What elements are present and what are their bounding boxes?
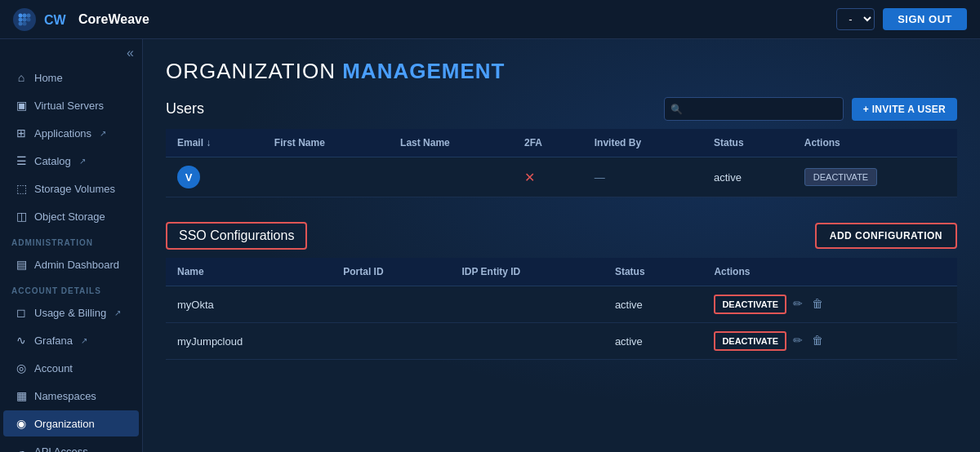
avatar: V [177,166,200,188]
svg-point-7 [23,21,27,25]
sso-col-idp-entity-id: IDP Entity ID [450,258,603,286]
page-header: ORGANIZATION MANAGEMENT [143,39,980,97]
user-invitedby-cell: — [583,157,702,197]
object-storage-icon: ◫ [15,210,28,223]
sidebar-item-api-access[interactable]: ☁ API Access [3,438,139,452]
table-row: myJumpcloud active DEACTIVATE ✏ 🗑 [166,323,957,360]
sso-name-cell: myOkta [166,286,332,323]
svg-point-4 [23,17,27,21]
user-status-cell: active [702,157,793,197]
svg-point-2 [27,13,31,17]
sso-section-header: SSO Configurations ADD CONFIGURATION [166,222,957,250]
user-lastname-cell [389,157,513,197]
external-link-icon: ↗ [79,157,86,166]
sidebar-item-storage-volumes[interactable]: ⬚ Storage Volumes [3,175,139,202]
sidebar-item-virtual-servers[interactable]: ▣ Virtual Servers [3,92,139,118]
svg-point-0 [19,13,23,17]
col-2fa: 2FA [513,129,583,157]
sso-deactivate-button[interactable]: DEACTIVATE [714,295,786,314]
svg-text:CW: CW [44,13,67,27]
svg-point-5 [27,17,31,21]
collapse-button[interactable]: « [127,46,134,60]
applications-icon: ⊞ [15,126,28,140]
users-table: Email ↓ First Name Last Name 2FA Invited… [166,129,957,197]
sidebar-item-applications[interactable]: ⊞ Applications ↗ [3,120,139,146]
sso-section: SSO Configurations ADD CONFIGURATION Nam… [143,222,980,376]
server-icon: ▣ [15,99,28,112]
cw-logo-icon: CW [44,11,70,28]
sidebar-item-label: Virtual Servers [34,100,104,112]
external-link-icon: ↗ [114,308,121,317]
users-section-title: Users [166,100,204,117]
account-icon: ◎ [15,361,28,374]
sidebar-item-label: Admin Dashboard [34,259,119,271]
sidebar-item-home[interactable]: ⌂ Home [3,64,139,91]
sidebar-item-object-storage[interactable]: ◫ Object Storage [3,203,139,229]
sidebar-item-label: Object Storage [34,210,105,223]
search-input[interactable] [664,97,844,121]
svg-point-1 [23,13,27,17]
organization-icon: ◉ [15,417,28,430]
grafana-icon: ∿ [15,334,28,347]
deactivate-button[interactable]: DEACTIVATE [804,168,877,186]
invite-user-button[interactable]: INVITE A USER [852,98,957,121]
user-email-cell: V [166,157,263,197]
brand-name: CoreWeave [78,12,149,27]
sidebar-item-organization[interactable]: ◉ Organization [3,410,139,436]
sso-col-portal-id: Portal ID [332,258,450,286]
users-section: Users INVITE A USER Email ↓ First Name L… [143,97,980,214]
svg-point-6 [19,21,23,25]
col-email[interactable]: Email ↓ [166,129,263,157]
sidebar-item-usage-billing[interactable]: ◻ Usage & Billing ↗ [3,299,139,326]
user-firstname-cell [263,157,389,197]
sso-status-cell: active [604,323,702,360]
sso-col-status: Status [604,258,702,286]
sso-table-body: myOkta active DEACTIVATE ✏ 🗑 myJumpcloud [166,286,957,360]
sso-actions-cell: DEACTIVATE ✏ 🗑 [702,286,957,323]
sidebar-item-label: Catalog [34,155,71,167]
sidebar-item-grafana[interactable]: ∿ Grafana ↗ [3,327,139,353]
api-icon: ☁ [15,445,28,452]
sidebar-item-label: Applications [34,127,91,140]
sidebar-collapse[interactable]: « [0,39,142,64]
sso-status-cell: active [604,286,702,323]
sso-portal-id-cell [332,286,450,323]
sidebar: « ⌂ Home ▣ Virtual Servers ⊞ Application… [0,39,143,452]
add-configuration-button[interactable]: ADD CONFIGURATION [815,223,957,249]
sso-delete-button[interactable]: 🗑 [808,332,826,348]
users-table-body: V ✕ — active DEACTIVATE [166,157,957,197]
sidebar-item-label: Usage & Billing [34,307,106,319]
svg-point-3 [19,17,23,21]
sso-col-actions: Actions [702,258,957,286]
signout-button[interactable]: SIGN OUT [883,8,967,30]
col-first-name: First Name [263,129,389,157]
sidebar-item-catalog[interactable]: ☰ Catalog ↗ [3,148,139,174]
sidebar-item-label: Grafana [34,335,73,347]
sidebar-item-admin-dashboard[interactable]: ▤ Admin Dashboard [3,251,139,277]
account-dropdown[interactable]: - [836,8,875,30]
col-last-name: Last Name [389,129,513,157]
sso-edit-button[interactable]: ✏ [790,332,806,348]
sidebar-item-label: Organization [34,418,95,430]
topbar: CW CoreWeave - SIGN OUT [0,0,980,39]
coreweave-dots-icon [17,12,32,27]
sso-deactivate-button[interactable]: DEACTIVATE [714,331,786,351]
sso-actions-cell: DEACTIVATE ✏ 🗑 [702,323,957,360]
main-content: ORGANIZATION MANAGEMENT Users INVITE A U… [143,39,980,452]
main-layout: « ⌂ Home ▣ Virtual Servers ⊞ Application… [0,39,980,452]
sidebar-item-label: Storage Volumes [34,183,115,195]
2fa-x-icon: ✕ [524,171,535,184]
sso-edit-button[interactable]: ✏ [790,295,806,312]
col-actions: Actions [793,129,957,157]
sso-col-name: Name [166,258,332,286]
external-link-icon: ↗ [81,336,87,345]
sidebar-item-namespaces[interactable]: ▦ Namespaces [3,383,139,409]
sso-delete-button[interactable]: 🗑 [808,295,826,312]
sso-name-cell: myJumpcloud [166,323,332,360]
home-icon: ⌂ [15,71,28,84]
section-label-account-details: ACCOUNT DETAILS [0,278,142,299]
dashboard-icon: ▤ [15,258,28,271]
users-table-header: Email ↓ First Name Last Name 2FA Invited… [166,129,957,157]
sidebar-item-account[interactable]: ◎ Account [3,355,139,381]
section-label-administration: ADMINISTRATION [0,230,142,250]
